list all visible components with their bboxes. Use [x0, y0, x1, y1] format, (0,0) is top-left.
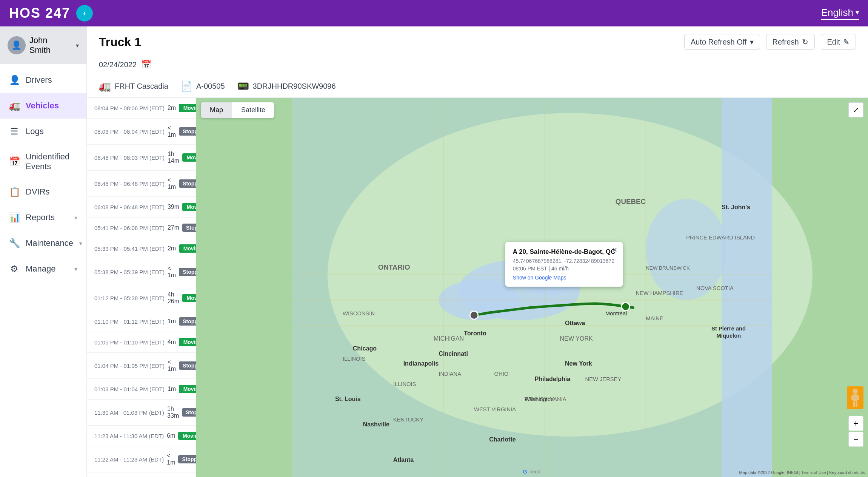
event-duration: 1h 33m	[167, 406, 179, 419]
vehicle-type-label: FRHT Cascadia	[115, 82, 168, 91]
main-layout: 👤 John Smith ▾ 👤 Drivers 🚛 Vehicles ☰ Lo…	[0, 26, 868, 477]
streetview-button[interactable]	[847, 386, 863, 409]
sidebar-item-manage[interactable]: ⚙ Manage ▾	[0, 256, 86, 282]
sidebar-item-unidentified-events[interactable]: 📅 Unidentified Events	[0, 144, 86, 179]
map-fullscreen-button[interactable]: ⤢	[848, 102, 863, 117]
event-status-badge: Stopped	[178, 455, 196, 463]
page-title: Truck 1	[99, 35, 141, 49]
event-row[interactable]: 08:03 PM - 08:04 PM (EDT) < 1m Stopped	[87, 119, 196, 145]
popup-title: A 20, Sainte-Hélène-de-Bagot, QC	[513, 248, 615, 256]
app-logo: HOS 247	[9, 5, 70, 21]
map-background[interactable]: ONTARIO QUEBEC WISCONSIN MICHIGAN NEW YO…	[196, 98, 868, 477]
event-row[interactable]: 11:23 AM - 11:30 AM (EDT) 6m Moving	[87, 426, 196, 446]
event-status-badge: Stopped	[182, 408, 196, 417]
event-row[interactable]: 01:05 PM - 01:10 PM (EDT) 4m Moving	[87, 332, 196, 353]
event-row[interactable]: 01:10 PM - 01:12 PM (EDT) 1m Stopped	[87, 311, 196, 332]
event-row[interactable]: 01:03 PM - 01:04 PM (EDT) 1m Moving	[87, 379, 196, 400]
body-split: 08:04 PM - 08:06 PM (EDT) 2m Moving 08:0…	[87, 98, 868, 477]
auto-refresh-label: Auto Refresh Off	[691, 38, 747, 46]
language-chevron-icon: ▾	[856, 8, 859, 17]
map-tab-bar: Map Satellite	[201, 102, 274, 118]
event-duration: 27m	[168, 224, 179, 231]
popup-close-button[interactable]: ✕	[612, 246, 617, 254]
svg-text:St. Louis: St. Louis	[335, 395, 361, 402]
svg-text:WEST VIRGINIA: WEST VIRGINIA	[474, 406, 516, 412]
event-status-badge: Stopped	[179, 268, 196, 276]
event-status-badge: Moving	[179, 338, 196, 346]
language-selector[interactable]: English ▾	[821, 7, 859, 20]
wrench-icon: 🔧	[9, 238, 20, 249]
event-time: 06:48 PM - 08:03 PM (EDT)	[94, 154, 165, 161]
svg-rect-55	[856, 401, 857, 407]
edit-button[interactable]: Edit ✎	[821, 34, 856, 50]
sidebar-user[interactable]: 👤 John Smith ▾	[0, 26, 86, 64]
event-status-badge: Moving	[179, 244, 196, 253]
event-status-badge: Stopped	[179, 361, 196, 370]
edit-label: Edit	[827, 38, 840, 46]
event-duration: 1m	[168, 318, 176, 325]
event-row[interactable]: 11:20 AM - 11:22 AM (EDT) 2m Moving	[87, 472, 196, 477]
sidebar-item-drivers[interactable]: 👤 Drivers	[0, 67, 86, 93]
event-status-badge: Moving	[182, 294, 196, 302]
svg-text:St Pierre and: St Pierre and	[711, 326, 746, 332]
event-row[interactable]: 06:08 PM - 06:48 PM (EDT) 39m Moving	[87, 197, 196, 218]
popup-coords: 45.74067687988281, -72.72832489013672	[513, 258, 615, 264]
refresh-button[interactable]: Refresh ↻	[766, 34, 815, 50]
event-time: 05:38 PM - 05:39 PM (EDT)	[94, 269, 165, 275]
event-row[interactable]: 06:48 PM - 06:48 PM (EDT) < 1m Stopped	[87, 171, 196, 197]
svg-text:INDIANA: INDIANA	[439, 371, 461, 377]
map-zoom-controls: + −	[848, 416, 863, 447]
sidebar-item-dvirs[interactable]: 📋 DVIRs	[0, 179, 86, 205]
event-row[interactable]: 05:39 PM - 05:41 PM (EDT) 2m Moving	[87, 238, 196, 259]
sidebar-item-vehicles[interactable]: 🚛 Vehicles	[0, 93, 86, 119]
google-logo: G	[523, 468, 527, 475]
event-status-badge: Stopped	[179, 127, 196, 136]
gear-icon: ⚙	[9, 264, 20, 274]
sidebar-item-reports[interactable]: 📊 Reports ▾	[0, 205, 86, 230]
map-tab-map[interactable]: Map	[201, 102, 232, 118]
truck-icon: 🚛	[9, 100, 20, 111]
edit-pencil-icon: ✎	[843, 37, 850, 46]
event-row[interactable]: 08:04 PM - 08:06 PM (EDT) 2m Moving	[87, 98, 196, 119]
date-row: 02/24/2022 📅	[99, 54, 856, 75]
sidebar-item-label: Vehicles	[26, 101, 59, 111]
event-time: 08:04 PM - 08:06 PM (EDT)	[94, 105, 165, 111]
auto-refresh-button[interactable]: Auto Refresh Off ▾	[684, 34, 760, 50]
event-duration: 4m	[168, 339, 176, 346]
zoom-out-button[interactable]: −	[848, 432, 863, 447]
event-duration: 39m	[168, 204, 179, 210]
person-icon: 👤	[9, 75, 20, 85]
popup-maps-link[interactable]: Show on Google Maps	[513, 275, 615, 281]
map-popup: ✕ A 20, Sainte-Hélène-de-Bagot, QC 45.74…	[505, 242, 623, 287]
zoom-in-button[interactable]: +	[848, 416, 863, 431]
sidebar-item-label: DVIRs	[26, 187, 50, 197]
svg-text:NEW JERSEY: NEW JERSEY	[585, 376, 622, 382]
sidebar: 👤 John Smith ▾ 👤 Drivers 🚛 Vehicles ☰ Lo…	[0, 26, 87, 477]
avatar: 👤	[8, 36, 26, 54]
back-button[interactable]: ‹	[76, 5, 93, 22]
sidebar-item-logs[interactable]: ☰ Logs	[0, 119, 86, 144]
event-row[interactable]: 11:22 AM - 11:23 AM (EDT) < 1m Stopped	[87, 446, 196, 472]
svg-text:Chicago: Chicago	[353, 345, 377, 352]
event-row[interactable]: 05:38 PM - 05:39 PM (EDT) < 1m Stopped	[87, 259, 196, 285]
svg-text:WISCONSIN: WISCONSIN	[343, 310, 375, 316]
svg-text:Toronto: Toronto	[464, 330, 486, 337]
list-icon: ☰	[9, 126, 20, 137]
sidebar-item-maintenance[interactable]: 🔧 Maintenance ▾	[0, 230, 86, 256]
event-status-badge: Stopped	[179, 317, 196, 326]
event-row[interactable]: 01:04 PM - 01:05 PM (EDT) < 1m Stopped	[87, 353, 196, 379]
popup-time: 08:06 PM EST | 46 mi/h	[513, 266, 615, 272]
event-row[interactable]: 11:30 AM - 01:03 PM (EDT) 1h 33m Stopped	[87, 400, 196, 426]
event-row[interactable]: 05:41 PM - 06:08 PM (EDT) 27m Stopped	[87, 218, 196, 238]
map-tab-satellite[interactable]: Satellite	[232, 102, 274, 118]
calendar-picker-icon[interactable]: 📅	[141, 60, 151, 69]
event-time: 11:22 AM - 11:23 AM (EDT)	[94, 456, 164, 463]
event-time: 06:48 PM - 06:48 PM (EDT)	[94, 181, 165, 187]
svg-text:Montreal: Montreal	[605, 310, 627, 316]
event-row[interactable]: 01:12 PM - 05:38 PM (EDT) 4h 26m Moving	[87, 285, 196, 311]
date-display: 02/24/2022	[99, 60, 137, 69]
calendar-icon: 📅	[9, 156, 20, 167]
svg-rect-54	[853, 401, 855, 407]
svg-text:Washington: Washington	[525, 396, 554, 402]
event-row[interactable]: 06:48 PM - 08:03 PM (EDT) 1h 14m Moving	[87, 145, 196, 171]
